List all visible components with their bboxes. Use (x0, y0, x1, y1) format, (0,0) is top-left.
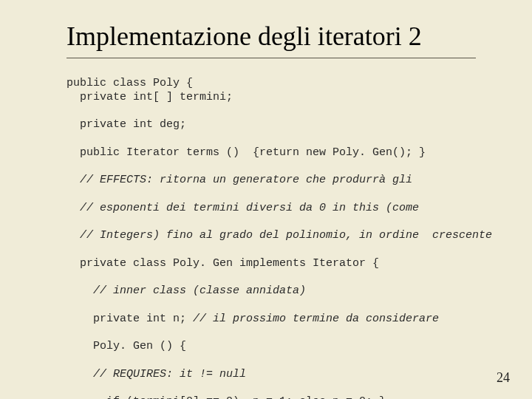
code-line: if (termini[0] == 0) n = 1; else n = 0; … (66, 395, 476, 399)
code-comment: // EFFECTS: ritorna un generatore che pr… (66, 174, 476, 188)
title-rule (66, 58, 476, 58)
slide: Implementazione degli iteratori 2 public… (0, 0, 532, 399)
code-line: private int[ ] termini; (66, 91, 476, 105)
code-line: private int deg; (66, 118, 476, 132)
code-text: private int n; (93, 313, 193, 325)
code-line: private int n; // il prossimo termine da… (66, 313, 476, 327)
code-line: public Iterator terms () {return new Pol… (66, 146, 476, 160)
code-line: private class Poly. Gen implements Itera… (66, 257, 476, 271)
code-comment: // esponenti dei termini diversi da 0 in… (66, 202, 476, 216)
code-comment: // inner class (classe annidata) (66, 284, 476, 299)
code-block: public class Poly { private int[ ] termi… (66, 63, 476, 399)
code-line: public class Poly { (66, 77, 193, 89)
code-comment: // il prossimo termine da considerare (193, 313, 439, 325)
code-comment: // Integers) fino al grado del polinomio… (66, 229, 476, 243)
page-number: 24 (497, 370, 510, 386)
code-comment: // REQUIRES: it != null (66, 368, 476, 382)
slide-title: Implementazione degli iteratori 2 (66, 21, 476, 52)
code-line: Poly. Gen () { (66, 340, 476, 354)
